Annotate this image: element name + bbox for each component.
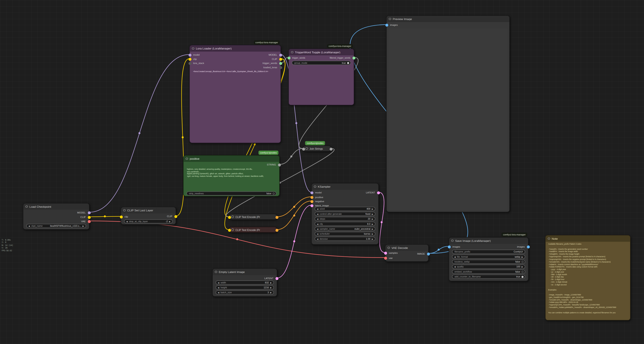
widget-group-mode[interactable]: group_mode true [292,61,351,65]
node-empty-latent-image[interactable]: Empty Latent Image LATENT ◀ width 832 ▶ … [212,268,277,297]
widget-file-format[interactable]: ◀ file_format webp ▶ [452,255,525,259]
slot-dot[interactable] [310,191,313,194]
number-increment-icon[interactable]: ▶ [521,266,524,268]
node-header[interactable]: VAE Decode [386,244,428,251]
widget-height[interactable]: ◀ height 1216 ▶ [216,285,274,290]
slot-dot[interactable] [385,24,388,26]
node-positive-prompt[interactable]: comfyui-kjnodes positive STRING highres,… [183,155,280,196]
number-decrement-icon[interactable]: ◀ [217,286,220,288]
number-decrement-icon[interactable]: ◀ [316,223,319,225]
widget-denoise[interactable]: ◀ denoise 1.00 ▶ [315,237,376,241]
slot-dot[interactable] [310,200,313,203]
node-header[interactable]: TriggerWord Toggle (LoraManager) [289,49,354,55]
node-clip-text-encode-positive[interactable]: CLIP Text Encode (Pr [229,214,277,220]
widget-filename-prefix[interactable]: filename_prefix ComfyUI [452,250,525,254]
node-ksampler[interactable]: KSampler model positive negative latent_… [311,183,379,244]
node-header[interactable]: Preview Image [386,16,510,22]
number-decrement-icon[interactable]: ◀ [217,292,220,294]
node-lora-loader[interactable]: comfyui-lora-manager Lora Loader (LoraMa… [190,45,281,143]
combo-right-arrow-icon[interactable]: ▶ [371,213,374,215]
widget-quality[interactable]: ◀ quality 100 ▶ [452,265,525,269]
collapse-toggle-icon[interactable] [314,186,316,188]
combo-left-arrow-icon[interactable]: ◀ [316,233,319,235]
widget-control-after-generate[interactable]: ◀ control after generate fixed ▶ [315,212,376,216]
collapse-toggle-icon[interactable] [186,158,188,160]
widget-cfg[interactable]: ◀ cfg 8.0 ▶ [315,222,376,226]
collapse-toggle-icon[interactable] [548,238,550,240]
node-clip-text-encode-negative[interactable]: CLIP Text Encode (Pr [229,227,277,232]
slot-dot[interactable] [384,256,387,260]
node-header[interactable]: Empty Latent Image [213,269,277,275]
combo-left-arrow-icon[interactable]: ◀ [28,225,30,227]
widget-stop-at-clip-layer[interactable]: ◀ stop_at_clip_layer -2 ▶ [124,219,172,224]
slot-dot[interactable] [279,54,282,56]
slot-dot[interactable] [279,62,282,65]
node-vae-decode[interactable]: VAE Decode samples vae IMAGE [385,244,429,262]
slot-dot[interactable] [174,215,177,218]
slot-dot[interactable] [377,191,380,194]
collapse-toggle-icon[interactable] [232,228,234,231]
node-load-checkpoint[interactable]: Load Checkpoint MODEL CLIP VAE ◀ ckpt_na… [23,203,90,230]
toggle-dot-icon[interactable] [522,260,524,263]
combo-right-arrow-icon[interactable]: ▶ [168,220,171,222]
collapse-toggle-icon[interactable] [232,216,234,218]
combo-right-arrow-icon[interactable]: ▶ [82,225,84,227]
node-preview-image[interactable]: Preview Image images [386,15,510,212]
combo-left-arrow-icon[interactable]: ◀ [316,228,319,230]
widget-ckpt-name[interactable]: ◀ ckpt_name ilwaiNSFWIllustrious_v110.s.… [26,224,86,228]
collapsed-output-dot[interactable] [276,228,278,232]
toggle-dot-icon[interactable] [272,192,275,194]
widget-strip-newlines[interactable]: strip_newlines false [186,191,276,196]
collapse-toggle-icon[interactable] [388,246,390,249]
slot-dot[interactable] [276,277,278,280]
slot-dot[interactable] [188,54,191,56]
node-header[interactable]: Note [546,236,630,242]
widget-lossless-webp[interactable]: lossless_webp false [452,260,525,264]
slot-dot[interactable] [120,216,123,218]
number-increment-icon[interactable]: ▶ [371,218,374,220]
number-decrement-icon[interactable]: ◀ [454,266,456,268]
slot-dot[interactable] [279,58,282,60]
node-header[interactable]: KSampler [312,184,378,190]
slot-dot[interactable] [352,56,356,59]
node-header[interactable]: positive [184,156,279,162]
slot-dot[interactable] [287,56,290,59]
number-increment-icon[interactable]: ▶ [371,223,374,225]
slot-dot[interactable] [188,58,191,60]
number-decrement-icon[interactable]: ◀ [217,282,220,284]
toggle-dot-icon[interactable] [522,271,524,273]
lora-syntax-text[interactable]: <lora:CreateConcept_Illustrious:0.8> <lo… [193,70,277,73]
node-header[interactable]: Join Strings [303,146,331,151]
slot-dot[interactable] [384,252,387,254]
collapsed-output-dot[interactable] [329,148,332,150]
node-header[interactable]: Save Image (LoraManager) [449,238,528,244]
slot-dot[interactable] [88,211,91,214]
slot-dot[interactable] [310,204,313,207]
node-join-strings[interactable]: comfyui-kjnodes Join Strings [303,146,331,152]
slot-dot[interactable] [88,220,91,223]
combo-right-arrow-icon[interactable]: ▶ [371,233,374,235]
number-increment-icon[interactable]: ▶ [270,282,272,284]
collapsed-input-dot[interactable] [228,216,231,219]
number-increment-icon[interactable]: ▶ [270,292,272,294]
node-note[interactable]: Note Available filename_prefix Pattern C… [545,235,630,320]
combo-left-arrow-icon[interactable]: ◀ [126,220,128,222]
combo-right-arrow-icon[interactable]: ▶ [371,228,374,230]
node-header[interactable]: CLIP Text Encode (Pr [229,227,277,232]
slot-dot[interactable] [448,245,450,248]
slot-dot[interactable] [188,62,191,65]
node-triggerword-toggle[interactable]: comfyui-lora-manager TriggerWord Toggle … [288,48,354,105]
combo-left-arrow-icon[interactable]: ◀ [454,256,456,258]
widget-width[interactable]: ◀ width 832 ▶ [216,280,274,285]
toggle-dot-icon[interactable] [522,276,524,278]
collapse-toggle-icon[interactable] [192,47,194,50]
slot-dot[interactable] [278,163,281,166]
slot-dot[interactable] [427,252,430,255]
collapsed-input-dot[interactable] [228,228,231,232]
number-decrement-icon[interactable]: ◀ [316,218,319,220]
collapse-toggle-icon[interactable] [389,18,391,20]
toggle-dot-icon[interactable] [347,62,349,64]
number-increment-icon[interactable]: ▶ [270,286,272,288]
slot-dot[interactable] [527,245,530,248]
widget-embed-workflow[interactable]: embed_workflow false [452,270,525,274]
